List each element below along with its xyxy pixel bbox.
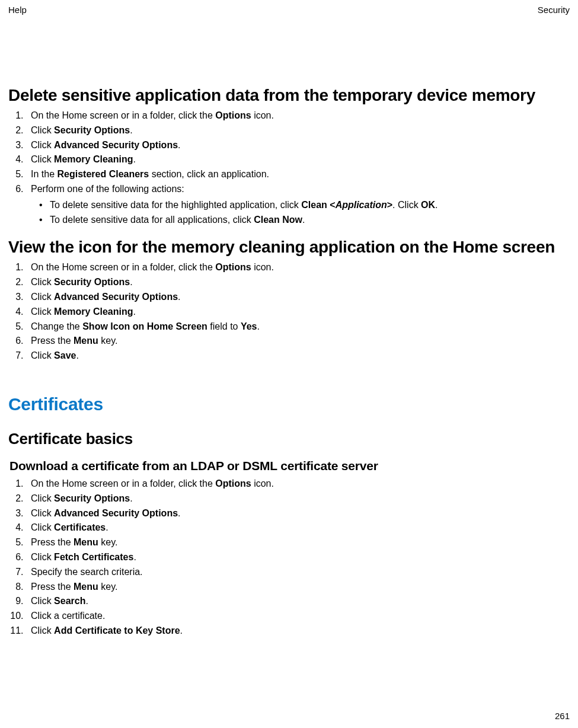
step: Click Certificates. (26, 521, 570, 535)
topic-title-delete-data: Delete sensitive application data from t… (8, 86, 570, 105)
step: On the Home screen or in a folder, click… (26, 108, 570, 123)
header-right: Security (538, 5, 570, 15)
topic-title-view-icon: View the icon for the memory cleaning ap… (8, 238, 570, 257)
page-content: Delete sensitive application data from t… (8, 15, 570, 638)
steps-download-cert: On the Home screen or in a folder, click… (8, 477, 570, 638)
step: Click Security Options. (26, 491, 570, 506)
step: Click Fetch Certificates. (26, 550, 570, 565)
step: Click Advanced Security Options. (26, 506, 570, 521)
step: Click Save. (26, 349, 570, 363)
section-title-certificates: Certificates (8, 394, 570, 414)
steps-view-icon: On the Home screen or in a folder, click… (8, 260, 570, 363)
task-title-download-cert: Download a certificate from an LDAP or D… (9, 459, 570, 473)
step: Click a certificate. (26, 609, 570, 624)
step: Click Memory Cleaning. (26, 305, 570, 320)
step: Click Advanced Security Options. (26, 290, 570, 305)
step: Perform one of the following actions: To… (26, 182, 570, 227)
substep: To delete sensitive data for all applica… (39, 213, 570, 228)
step: On the Home screen or in a folder, click… (26, 260, 570, 275)
step: Specify the search criteria. (26, 565, 570, 580)
step: Click Security Options. (26, 123, 570, 138)
step: Press the Menu key. (26, 334, 570, 349)
step: Click Security Options. (26, 275, 570, 290)
steps-delete-data: On the Home screen or in a folder, click… (8, 108, 570, 227)
substeps: To delete sensitive data for the highlig… (31, 198, 570, 228)
step: Click Add Certificate to Key Store. (26, 624, 570, 638)
step: Click Memory Cleaning. (26, 152, 570, 167)
step: On the Home screen or in a folder, click… (26, 477, 570, 491)
step: In the Registered Cleaners section, clic… (26, 167, 570, 182)
step: Click Search. (26, 594, 570, 609)
step: Click Advanced Security Options. (26, 138, 570, 153)
header-left: Help (8, 5, 27, 15)
step: Press the Menu key. (26, 535, 570, 550)
page-header: Help Security (8, 5, 570, 15)
subsection-title-certificate-basics: Certificate basics (8, 430, 570, 448)
page: Help Security Delete sensitive applicati… (0, 0, 578, 728)
step: Change the Show Icon on Home Screen fiel… (26, 320, 570, 334)
substep: To delete sensitive data for the highlig… (39, 198, 570, 213)
step: Press the Menu key. (26, 580, 570, 595)
page-number: 261 (555, 711, 570, 721)
